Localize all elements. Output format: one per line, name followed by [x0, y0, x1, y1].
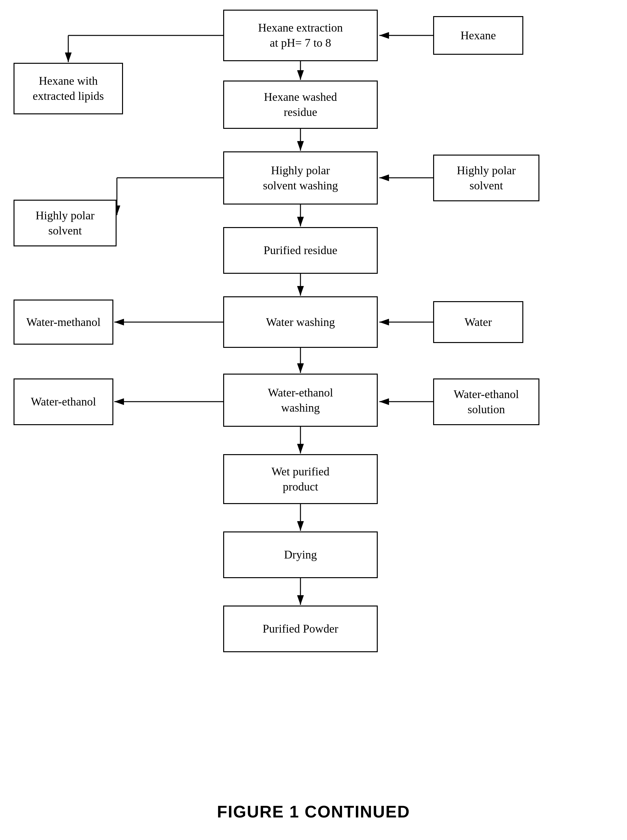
water-ethanol-out-box: Water-ethanol — [14, 378, 113, 425]
diagram: Hexane extractionat pH= 7 to 8 Hexane He… — [0, 0, 627, 789]
water-methanol-out-box: Water-methanol — [14, 299, 113, 345]
highly-polar-solvent-input-label: Highly polarsolvent — [457, 163, 516, 193]
hexane-input-label: Hexane — [460, 28, 496, 43]
drying-box: Drying — [223, 531, 378, 578]
water-washing-box: Water washing — [223, 296, 378, 348]
wet-purified-product-box: Wet purifiedproduct — [223, 454, 378, 504]
purified-residue-label: Purified residue — [264, 243, 337, 258]
water-input-box: Water — [433, 301, 523, 343]
water-ethanol-washing-label: Water-ethanolwashing — [268, 385, 333, 416]
drying-label: Drying — [284, 547, 317, 563]
highly-polar-solvent-washing-box: Highly polarsolvent washing — [223, 151, 378, 205]
hexane-extraction-label: Hexane extractionat pH= 7 to 8 — [258, 20, 343, 50]
wet-purified-product-label: Wet purifiedproduct — [271, 464, 329, 495]
purified-powder-label: Purified Powder — [263, 621, 339, 637]
water-methanol-out-label: Water-methanol — [27, 315, 101, 330]
highly-polar-solvent-washing-label: Highly polarsolvent washing — [263, 163, 338, 193]
water-ethanol-solution-input-box: Water-ethanolsolution — [433, 378, 539, 425]
hexane-with-lipids-box: Hexane withextracted lipids — [14, 63, 123, 114]
hexane-washed-residue-label: Hexane washedresidue — [264, 90, 337, 120]
hexane-washed-residue-box: Hexane washedresidue — [223, 80, 378, 129]
highly-polar-solvent-out-label: Highly polarsolvent — [36, 208, 95, 238]
water-washing-label: Water washing — [266, 315, 335, 330]
highly-polar-solvent-input-box: Highly polarsolvent — [433, 154, 539, 201]
highly-polar-solvent-out-box: Highly polarsolvent — [14, 200, 117, 246]
water-ethanol-washing-box: Water-ethanolwashing — [223, 374, 378, 427]
hexane-with-lipids-label: Hexane withextracted lipids — [33, 73, 104, 104]
hexane-input-box: Hexane — [433, 16, 523, 55]
water-ethanol-out-label: Water-ethanol — [31, 394, 96, 409]
figure-caption: FIGURE 1 CONTINUED — [0, 789, 627, 828]
purified-residue-box: Purified residue — [223, 227, 378, 274]
hexane-extraction-box: Hexane extractionat pH= 7 to 8 — [223, 9, 378, 61]
water-input-label: Water — [465, 315, 492, 330]
purified-powder-box: Purified Powder — [223, 605, 378, 652]
water-ethanol-solution-input-label: Water-ethanolsolution — [454, 387, 519, 417]
